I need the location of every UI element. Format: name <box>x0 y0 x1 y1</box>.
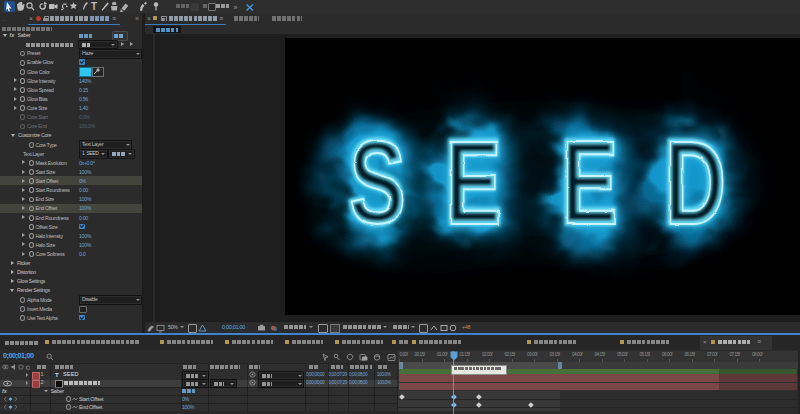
svg-text:T: T <box>91 1 97 12</box>
